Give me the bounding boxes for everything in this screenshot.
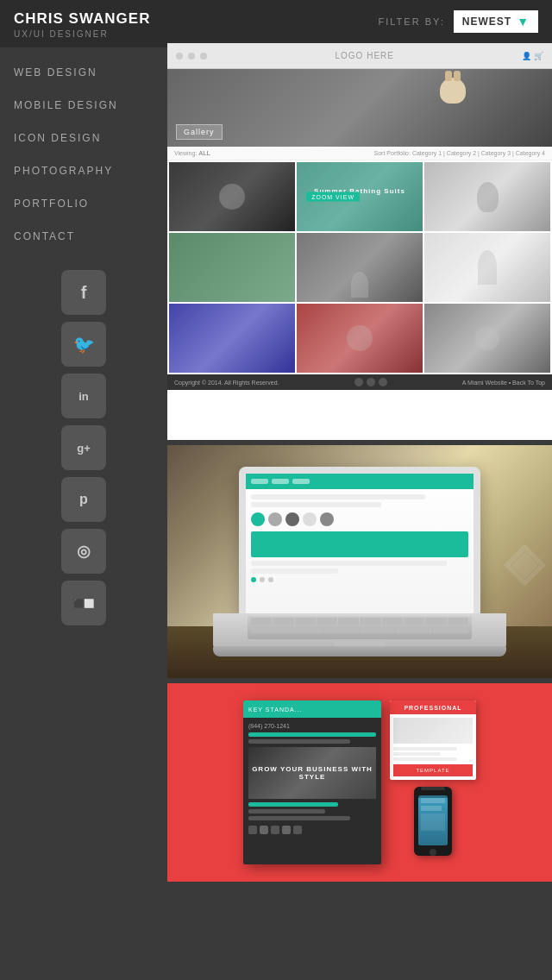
logo-5	[293, 826, 302, 834]
nav-item-1	[251, 479, 268, 484]
key	[273, 618, 293, 625]
sidebar-item-web-design[interactable]: WEB DESIGN	[0, 56, 167, 89]
phone-home-button	[430, 849, 436, 856]
phone-content-line	[421, 798, 445, 803]
logo-2	[260, 826, 268, 834]
phone-speaker	[421, 787, 445, 790]
laptop-screen-main	[246, 489, 474, 587]
gallery-footer: Copyright © 2014. All Rights Reserved. A…	[167, 374, 552, 390]
phone-content-line-2	[421, 806, 442, 811]
gallery-hero: Gallery	[167, 69, 552, 147]
browser-toolbar: LOGO HERE 👤 🛒	[167, 43, 552, 69]
gallery-cell-4[interactable]	[169, 233, 295, 302]
logo-4	[282, 826, 291, 834]
gallery-cell-9[interactable]	[424, 304, 550, 373]
sidebar-item-contact[interactable]: CONTACT	[0, 220, 167, 253]
nav-item-3	[292, 479, 310, 484]
google-plus-button[interactable]: g+	[61, 425, 106, 470]
keyboard-row-2	[248, 626, 472, 633]
flickr-button[interactable]: ⬛⬜	[61, 581, 106, 625]
avatar-3	[285, 512, 299, 526]
key	[425, 618, 446, 625]
brochure-header-text: KEY STANDA...	[248, 707, 303, 713]
gallery-cell-6[interactable]	[424, 233, 550, 302]
grow-text: GROW YOUR BUSINESS WITH STYLE	[248, 765, 376, 781]
avatar-2	[268, 512, 282, 526]
footer-copyright: Copyright © 2014. All Rights Reserved.	[174, 380, 279, 386]
dot-1	[251, 577, 256, 582]
accent-line-2	[248, 802, 338, 807]
gallery-cell-8[interactable]	[297, 304, 423, 373]
twitter-icon: 🐦	[73, 334, 95, 355]
filter-label: FILTER BY:	[379, 16, 445, 27]
avatar-4	[303, 512, 317, 526]
browser-logo: LOGO HERE	[212, 51, 517, 60]
zoom-view-button[interactable]: ZOOM VIEW	[306, 192, 360, 202]
gallery-cell-3[interactable]	[424, 162, 550, 231]
sidebar-item-icon-design[interactable]: ICON DESIGN	[0, 122, 167, 154]
facebook-icon: f	[81, 283, 87, 303]
footer-back-top[interactable]: A Miami Website • Back To Top	[462, 380, 545, 386]
brochure-left: KEY STANDA... (844) 270-1241 GROW YOUR B…	[243, 700, 381, 864]
content-line-3	[248, 816, 350, 820]
key	[404, 618, 424, 625]
phone-image-area	[421, 814, 445, 831]
professional-label: PROFESSIONAL	[404, 705, 461, 711]
pinterest-button[interactable]: p	[61, 477, 106, 522]
viewing-label: Viewing: ALL	[174, 150, 210, 156]
gallery-button[interactable]: Gallery	[176, 124, 223, 140]
laptop-nav-items	[251, 479, 310, 484]
phone-number: (844) 270-1241	[248, 723, 376, 729]
avatar-1	[251, 512, 265, 526]
phone-screen-content	[418, 798, 448, 845]
content-line-1	[248, 739, 350, 744]
template-label: TEMPLATE	[416, 768, 449, 773]
laptop-base	[213, 646, 506, 656]
brochure-header: KEY STANDA...	[243, 700, 381, 718]
key	[396, 626, 431, 633]
laptop-nav-bar	[246, 474, 474, 489]
facebook-button[interactable]: f	[61, 270, 106, 315]
filter-dropdown[interactable]: NEWEST ▼	[454, 10, 538, 33]
linkedin-icon: in	[78, 390, 89, 403]
linkedin-button[interactable]: in	[61, 374, 106, 418]
logo-1	[248, 826, 257, 834]
gallery-grid: Summer Bathing Suits ZOOM VIEW	[167, 160, 552, 374]
gallery-cell-5[interactable]	[297, 233, 423, 302]
nav-menu: WEB DESIGN MOBILE DESIGN ICON DESIGN PHO…	[0, 56, 167, 253]
twitter-button[interactable]: 🐦	[61, 322, 106, 367]
brochure-body: (844) 270-1241 GROW YOUR BUSINESS WITH S…	[243, 718, 381, 839]
gallery-filter-bar: Viewing: ALL Sort Portfolio: Category 1 …	[167, 147, 552, 160]
gallery-cell-7[interactable]	[169, 304, 295, 373]
sidebar-item-mobile-design[interactable]: MOBILE DESIGN	[0, 89, 167, 122]
sidebar-item-portfolio[interactable]: PORTFOLIO	[0, 187, 167, 220]
chevron-down-icon: ▼	[517, 15, 530, 28]
dribbble-button[interactable]: ◎	[61, 529, 106, 574]
browser-dot-2	[188, 53, 195, 60]
logo-3	[271, 826, 279, 834]
laptop-teal-bar	[251, 531, 468, 557]
phone-mockup	[414, 787, 452, 856]
card-line-2	[393, 752, 441, 756]
footer-social-gp	[379, 378, 387, 386]
card-line-1	[393, 747, 457, 751]
accent-line-1	[248, 732, 376, 737]
gallery-cell-2[interactable]: Summer Bathing Suits ZOOM VIEW	[297, 162, 423, 231]
sidebar: CHRIS SWANGER UX/UI DESIGNER WEB DESIGN …	[0, 0, 167, 980]
main-content: FILTER BY: NEWEST ▼ LOGO HERE 👤 🛒	[167, 0, 552, 980]
content-row-1	[251, 494, 425, 499]
flickr-icon: ⬛⬜	[73, 599, 94, 608]
laptop-screen	[239, 467, 480, 622]
filter-value: NEWEST	[462, 16, 511, 28]
key	[295, 618, 316, 625]
browser-mockup: LOGO HERE 👤 🛒 Gallery	[167, 43, 552, 440]
portfolio-item-print: KEY STANDA... (844) 270-1241 GROW YOUR B…	[167, 683, 552, 882]
footer-social-icons	[354, 378, 387, 386]
gallery-cell-1[interactable]	[169, 162, 295, 231]
top-bar: FILTER BY: NEWEST ▼	[167, 0, 552, 43]
card-image	[393, 718, 473, 744]
sidebar-item-photography[interactable]: PHOTOGRAPHY	[0, 154, 167, 187]
sort-label: Sort Portfolio: Category 1 | Category 2 …	[374, 150, 545, 156]
footer-social-tw	[367, 378, 375, 386]
hero-dog-illustration	[440, 78, 474, 121]
